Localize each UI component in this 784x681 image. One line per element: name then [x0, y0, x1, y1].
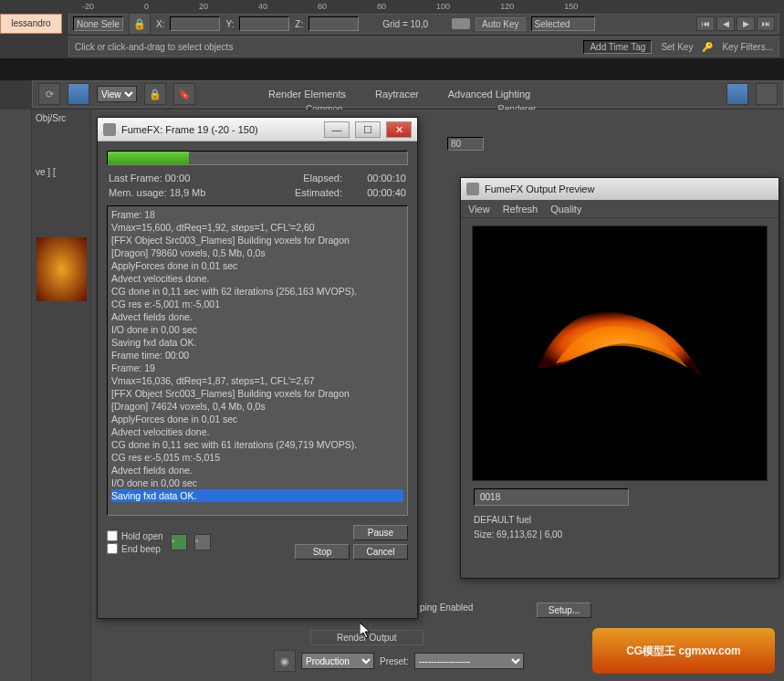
grid-label: Grid = 10,0: [382, 19, 428, 29]
log-line: Advect fields done.: [111, 464, 403, 477]
x-label: X:: [156, 19, 164, 29]
mem-value: 18,9 Mb: [170, 187, 206, 198]
teapot-icon[interactable]: [68, 83, 89, 105]
keyfilters-button[interactable]: Key Filters...: [722, 42, 773, 52]
setup-button[interactable]: Setup...: [537, 602, 591, 618]
log-line: [FFX Object Src003_Flames] Building voxe…: [111, 387, 403, 400]
refresh-icon[interactable]: ⟳: [38, 83, 60, 105]
top-toolbar: 🔒 X: Y: Z: Grid = 10,0 Auto Key ⏮ ◀ ▶ ⏭: [68, 14, 779, 34]
maximize-button[interactable]: ☐: [355, 121, 381, 138]
watermark-logo: CG模型王 cgmxw.com: [592, 628, 775, 674]
size-label: Size: 69,113,62 | 6,00: [474, 528, 766, 542]
layers-icon[interactable]: [756, 83, 778, 105]
mem-label: Mem. usage:: [109, 187, 167, 198]
timeline-ruler: -20020406080100120150: [73, 0, 784, 13]
log-line: CG done in 0,11 sec with 61 iterations (…: [111, 438, 403, 451]
dialog-title: FumeFX: Frame 19 (-20 - 150): [121, 124, 319, 135]
prev-frame-button[interactable]: ◀: [716, 16, 735, 31]
app-icon: [103, 123, 116, 136]
cancel-button[interactable]: Cancel: [353, 544, 408, 560]
spinner-input[interactable]: [447, 137, 484, 151]
log-line: I/O done in 0,00 sec: [111, 477, 403, 489]
stop-button[interactable]: Stop: [295, 544, 350, 560]
goto-start-button[interactable]: ⏮: [696, 16, 715, 31]
log-line: CG res e:-5,001 m:-5,001: [111, 298, 403, 310]
key-icon: [452, 18, 470, 29]
obj-src-label: Obj/Src: [32, 110, 90, 127]
last-frame-value: 00:00: [165, 173, 191, 183]
log-line: Frame: 18: [111, 208, 403, 221]
script-icon[interactable]: ▫: [194, 534, 211, 550]
tab-adv-lighting[interactable]: Advanced Lighting: [437, 89, 542, 100]
mouse-cursor: [360, 623, 372, 639]
bookmark-icon[interactable]: 🔖: [173, 83, 195, 105]
log-line: [FFX Object Src003_Flames] Building voxe…: [111, 234, 403, 246]
simulation-log[interactable]: Frame: 18Vmax=15,600, dtReq=1,92, steps=…: [107, 205, 408, 516]
log-line: Saving fxd data OK.: [111, 336, 403, 349]
end-beep-checkbox[interactable]: End beep: [107, 543, 163, 554]
selection-field[interactable]: [73, 16, 123, 31]
ping-enabled-label: ping Enabled: [420, 602, 473, 613]
est-label: Estimated:: [295, 187, 342, 198]
image-icon[interactable]: ▫: [171, 534, 187, 550]
dialog-titlebar[interactable]: FumeFX: Frame 19 (-20 - 150) — ☐ ✕: [98, 118, 417, 141]
log-line: ApplyForces done in 0,01 sec: [111, 413, 403, 425]
selected-field[interactable]: [531, 16, 595, 31]
play-button[interactable]: ▶: [737, 16, 755, 31]
value-spinner[interactable]: [447, 137, 484, 151]
view-dropdown[interactable]: View: [97, 86, 137, 102]
log-line: Vmax=15,600, dtReq=1,92, steps=1, CFL'=2…: [111, 221, 403, 234]
production-dropdown[interactable]: Production: [301, 653, 374, 669]
preset-label: Preset:: [380, 656, 409, 666]
pause-button[interactable]: Pause: [353, 525, 408, 540]
frame-number-field[interactable]: 0018: [474, 488, 629, 506]
log-line: Advect fields done.: [111, 310, 403, 323]
menu-quality[interactable]: Quality: [550, 204, 581, 215]
lock-view-icon[interactable]: 🔒: [144, 83, 166, 105]
x-input[interactable]: [170, 16, 220, 31]
z-label: Z:: [295, 19, 303, 29]
menu-view[interactable]: View: [468, 204, 490, 215]
tab-render-elements[interactable]: Render Elements: [257, 89, 357, 100]
y-input[interactable]: [239, 16, 289, 31]
timetag-button[interactable]: Add Time Tag: [583, 40, 652, 54]
log-line-selected: Saving fxd data OK.: [111, 489, 403, 502]
elapsed-value: 00:00:10: [342, 173, 406, 183]
render-mode-icon[interactable]: ◉: [274, 650, 296, 672]
preset-dropdown[interactable]: -----------------: [414, 653, 524, 669]
menu-refresh[interactable]: Refresh: [503, 204, 538, 215]
preview-menubar: View Refresh Quality: [461, 200, 779, 218]
log-line: ApplyForces done in 0,01 sec: [111, 259, 403, 272]
log-line: [Dragon] 79860 voxels, 0,5 Mb, 0,0s: [111, 246, 403, 259]
close-button[interactable]: ✕: [386, 121, 412, 138]
preview-titlebar[interactable]: FumeFX Output Preview: [461, 178, 779, 200]
preview-canvas: [472, 225, 768, 481]
log-line: Vmax=16,036, dtReq=1,87, steps=1, CFL'=2…: [111, 374, 403, 387]
next-frame-button[interactable]: ⏭: [757, 16, 775, 31]
autokey-button[interactable]: Auto Key: [476, 17, 526, 31]
log-line: [Dragon] 74624 voxels, 0,4 Mb, 0,0s: [111, 400, 403, 413]
minimize-button[interactable]: —: [324, 121, 350, 138]
log-line: Frame time: 00:00: [111, 349, 403, 361]
preview-info: DEFAULT fuel Size: 69,113,62 | 6,00: [474, 513, 766, 542]
log-line: CG done in 0,11 sec with 62 iterations (…: [111, 285, 403, 298]
status-bar: Click or click-and-drag to select object…: [68, 37, 779, 57]
fumefx-output-preview: FumeFX Output Preview View Refresh Quali…: [460, 177, 779, 579]
last-frame-label: Last Frame:: [109, 173, 162, 183]
user-tab[interactable]: lessandro: [0, 14, 62, 34]
window-icon[interactable]: [727, 83, 748, 105]
app-icon: [466, 183, 479, 195]
z-input[interactable]: [308, 16, 359, 31]
preview-title: FumeFX Output Preview: [485, 183, 773, 194]
elapsed-label: Elapsed:: [303, 173, 342, 183]
fumefx-simulation-dialog: FumeFX: Frame 19 (-20 - 150) — ☐ ✕ Last …: [97, 117, 418, 619]
divider: [0, 58, 784, 80]
lock-icon[interactable]: 🔒: [129, 13, 151, 35]
hold-open-checkbox[interactable]: Hold open: [107, 530, 163, 541]
tab-raytracer[interactable]: Raytracer: [364, 89, 430, 100]
setkey-button[interactable]: Set Key: [661, 42, 693, 52]
log-line: CG res e:-5,015 m:-5,015: [111, 451, 403, 464]
status-message: Click or click-and-drag to select object…: [75, 42, 574, 52]
left-strip: [0, 110, 32, 681]
tab-ve[interactable]: ve ] [: [32, 163, 90, 177]
